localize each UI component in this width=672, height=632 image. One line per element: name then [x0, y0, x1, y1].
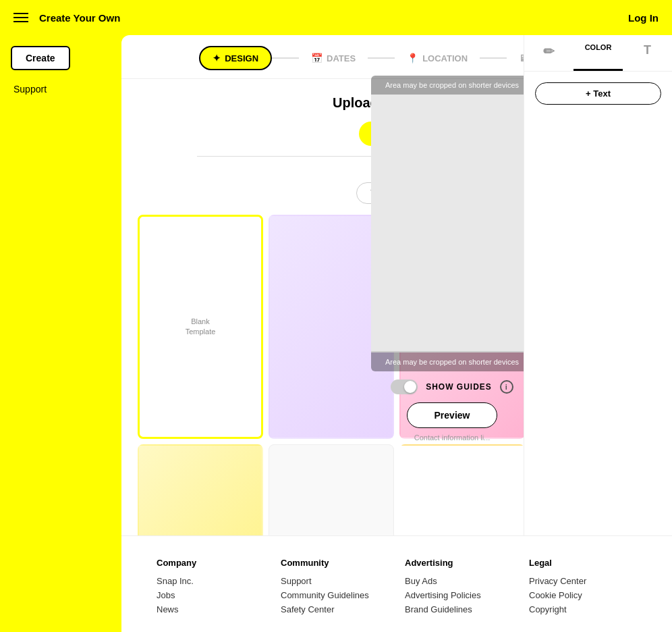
pencil-icon: ✏ [530, 43, 568, 59]
footer-community-guidelines[interactable]: Community Guidelines [281, 590, 389, 600]
footer-community-heading: Community [281, 558, 389, 568]
footer-snap-inc[interactable]: Snap Inc. [157, 576, 264, 586]
login-button[interactable]: Log In [628, 12, 659, 24]
footer-jobs[interactable]: Jobs [157, 590, 264, 600]
footer-advertising-heading: Advertising [405, 558, 513, 568]
footer-col-advertising: Advertising Buy Ads Advertising Policies… [405, 558, 513, 618]
sidebar-create-button[interactable]: Create [11, 46, 70, 70]
step-location[interactable]: 📍 LOCATION [395, 47, 480, 69]
footer-company-heading: Company [157, 558, 264, 568]
preview-area: Area may be cropped on shorter devices A… [351, 76, 553, 447]
template-card[interactable] [399, 444, 525, 539]
connector-3 [480, 57, 507, 59]
canvas-drawing-area[interactable] [371, 95, 533, 351]
panel-tab-edit[interactable]: ✏ [524, 35, 573, 71]
footer-col-company: Company Snap Inc. Jobs News [157, 558, 264, 618]
hamburger-icon[interactable] [13, 13, 28, 22]
main-content: ✦ DESIGN 📅 DATES 📍 LOCATION 🖥 CHECKOUT U [121, 35, 672, 632]
step-design[interactable]: ✦ DESIGN [199, 46, 272, 70]
panel-tab-color[interactable]: COLOR [573, 35, 623, 71]
sidebar-support-link[interactable]: Support [0, 78, 121, 100]
footer-news[interactable]: News [157, 604, 264, 614]
panel-tab-text[interactable]: T [623, 35, 672, 71]
connector-1 [272, 57, 299, 59]
template-card[interactable] [269, 444, 394, 539]
show-guides-toggle[interactable] [391, 379, 418, 394]
step-dates-label: DATES [327, 53, 356, 63]
show-guides-label: SHOW GUIDES [426, 382, 492, 392]
footer-safety-center[interactable]: Safety Center [281, 604, 389, 614]
main-layout: Create Support ✦ DESIGN 📅 DATES 📍 LOCATI… [0, 35, 672, 632]
contact-info: Contact information li... [351, 428, 553, 447]
preview-button[interactable]: Preview [407, 402, 498, 428]
preview-canvas: Area may be cropped on shorter devices A… [371, 76, 533, 371]
text-tab-label: T [644, 43, 651, 57]
footer-support[interactable]: Support [281, 576, 389, 586]
footer-columns: Company Snap Inc. Jobs News Community Su… [148, 558, 645, 618]
footer-container: Company Snap Inc. Jobs News Community Su… [121, 535, 672, 632]
footer-col-legal: Legal Privacy Center Cookie Policy Copyr… [529, 558, 637, 618]
footer-privacy-center[interactable]: Privacy Center [529, 576, 637, 586]
guides-info-icon[interactable]: i [500, 380, 513, 394]
template-card[interactable] [138, 444, 263, 539]
app-title: Create Your Own [39, 12, 120, 24]
crop-warning-top: Area may be cropped on shorter devices [371, 76, 533, 95]
footer-buy-ads[interactable]: Buy Ads [405, 576, 513, 586]
toggle-thumb [404, 381, 416, 393]
sidebar: Create Support [0, 35, 121, 632]
footer-cookie-policy[interactable]: Cookie Policy [529, 590, 637, 600]
footer-legal-heading: Legal [529, 558, 637, 568]
template-blank[interactable]: Blank Template [138, 215, 263, 439]
step-design-label: DESIGN [225, 53, 258, 63]
show-guides-row: SHOW GUIDES i [351, 371, 553, 402]
color-tab-label: COLOR [585, 43, 612, 51]
panel-tabs: ✏ COLOR T [524, 35, 672, 72]
crop-warning-bottom: Area may be cropped on shorter devices [371, 352, 533, 371]
dates-icon: 📅 [311, 53, 323, 63]
footer-advertising-policies[interactable]: Advertising Policies [405, 590, 513, 600]
footer: Company Snap Inc. Jobs News Community Su… [121, 535, 672, 632]
location-icon: 📍 [407, 53, 418, 63]
step-dates[interactable]: 📅 DATES [299, 47, 368, 69]
footer-brand-guidelines[interactable]: Brand Guidelines [405, 604, 513, 614]
add-text-button[interactable]: + Text [535, 82, 661, 105]
top-nav: Create Your Own Log In [0, 0, 672, 35]
design-icon: ✦ [213, 53, 221, 63]
footer-copyright[interactable]: Copyright [529, 604, 637, 614]
footer-col-community: Community Support Community Guidelines S… [281, 558, 389, 618]
connector-2 [368, 57, 395, 59]
step-location-label: LOCATION [422, 53, 468, 63]
